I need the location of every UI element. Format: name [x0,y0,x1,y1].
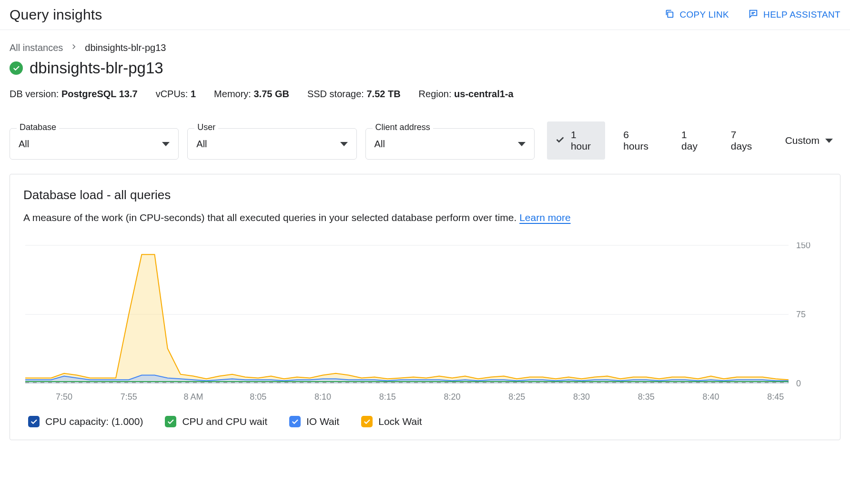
client-label: Client address [373,122,433,132]
time-tab-custom[interactable]: Custom [778,127,840,154]
svg-text:8:45: 8:45 [767,392,784,402]
svg-text:7:50: 7:50 [56,392,72,402]
user-label: User [194,122,218,132]
svg-text:8:05: 8:05 [250,392,266,402]
time-range-tabs: 1 hour6 hours1 day7 daysCustom [547,121,840,160]
legend-label: CPU and CPU wait [182,416,267,427]
learn-more-link[interactable]: Learn more [519,212,570,223]
svg-text:8 AM: 8 AM [183,392,203,402]
svg-text:0: 0 [796,379,801,388]
breadcrumb-current: dbinsights-blr-pg13 [85,42,166,53]
instance-meta-row: DB version: PostgreSQL 13.7vCPUs: 1Memor… [10,89,840,100]
time-tab-1-day[interactable]: 1 day [674,121,713,160]
meta-item: Memory: 3.75 GB [214,89,289,100]
check-icon [555,134,565,147]
svg-text:150: 150 [796,242,810,250]
chat-icon [748,9,759,21]
svg-text:8:15: 8:15 [379,392,396,402]
svg-text:8:20: 8:20 [444,392,461,402]
database-dropdown[interactable]: Database All [10,128,179,160]
user-value: All [196,139,207,150]
help-assistant-label: HELP ASSISTANT [763,10,840,20]
legend-swatch [165,416,176,427]
caret-down-icon [518,142,526,146]
legend-item-lock_wait[interactable]: Lock Wait [361,416,422,427]
caret-down-icon [825,139,833,143]
caret-down-icon [340,142,348,146]
meta-item: DB version: PostgreSQL 13.7 [10,89,138,100]
load-chart: 0751507:507:558 AM8:058:108:158:208:258:… [23,242,827,404]
instance-name: dbinsights-blr-pg13 [30,59,163,77]
user-dropdown[interactable]: User All [187,128,356,160]
client-address-dropdown[interactable]: Client address All [365,128,535,160]
chart-legend: CPU capacity: (1.000)CPU and CPU waitIO … [23,416,827,427]
time-tab-7-days[interactable]: 7 days [723,121,767,160]
breadcrumb: All instances dbinsights-blr-pg13 [10,42,840,53]
legend-swatch [361,416,373,427]
copy-link-button[interactable]: COPY LINK [664,9,729,21]
legend-swatch [28,416,40,427]
legend-label: IO Wait [306,416,339,427]
breadcrumb-root[interactable]: All instances [10,42,63,53]
time-tab-6-hours[interactable]: 6 hours [616,121,663,160]
svg-text:8:30: 8:30 [573,392,590,402]
page-title: Query insights [10,7,102,23]
svg-text:8:40: 8:40 [703,392,719,402]
time-tab-1-hour[interactable]: 1 hour [547,121,605,160]
client-value: All [374,139,385,150]
caret-down-icon [162,142,170,146]
database-load-card: Database load - all queries A measure of… [10,174,840,440]
meta-item: SSD storage: 7.52 TB [307,89,401,100]
legend-swatch [289,416,301,427]
card-description: A measure of the work (in CPU-seconds) t… [23,210,827,225]
copy-icon [664,9,675,21]
status-healthy-icon [10,61,23,75]
meta-item: Region: us-central1-a [419,89,514,100]
svg-rect-0 [668,12,673,17]
copy-link-label: COPY LINK [679,10,729,20]
legend-label: Lock Wait [378,416,422,427]
legend-label: CPU capacity: (1.000) [45,416,143,427]
svg-text:8:25: 8:25 [508,392,525,402]
svg-text:7:55: 7:55 [121,392,137,402]
help-assistant-button[interactable]: HELP ASSISTANT [748,9,840,21]
card-title: Database load - all queries [23,188,827,202]
svg-text:75: 75 [796,310,806,319]
chevron-right-icon [70,42,78,53]
legend-item-cpu_capacity[interactable]: CPU capacity: (1.000) [28,416,143,427]
database-value: All [19,139,29,150]
legend-item-cpu_wait[interactable]: CPU and CPU wait [165,416,267,427]
svg-text:8:10: 8:10 [314,392,331,402]
legend-item-io_wait[interactable]: IO Wait [289,416,339,427]
database-label: Database [17,122,59,132]
svg-text:8:35: 8:35 [638,392,655,402]
meta-item: vCPUs: 1 [156,89,196,100]
